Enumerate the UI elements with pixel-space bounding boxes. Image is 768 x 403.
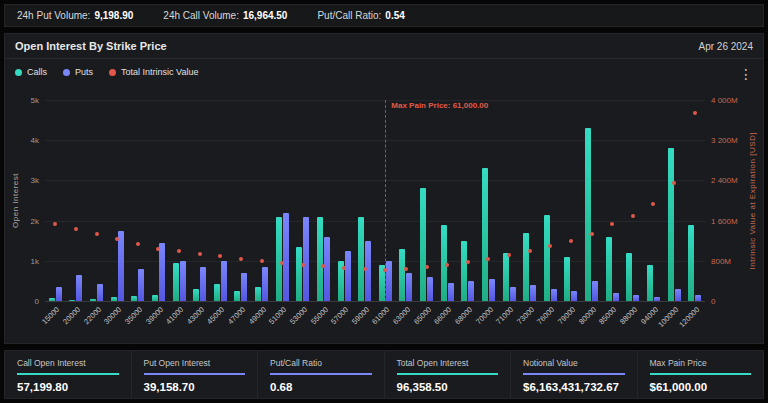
x-axis-label: 68000 [453,305,474,326]
right-axis-title-text: Intrinsic Value at Expiration [USD] [748,132,757,269]
legend-label: Puts [75,67,93,77]
y-right-tick: 2 400M [711,176,738,185]
strike-group-120000[interactable]: 120000 [684,100,705,301]
y-right-tick: 3 200M [711,136,738,145]
left-axis-title: Open Interest [11,100,20,301]
put-bar [159,243,165,301]
put-bar [675,289,681,301]
strike-group-80000[interactable]: 80000 [581,100,602,301]
put-bar [345,251,351,301]
put-bar [592,281,598,301]
call-bar [688,225,694,301]
strike-group-55000[interactable]: 55000 [313,100,334,301]
call-bar [358,217,364,301]
strike-group-20000[interactable]: 20000 [66,100,87,301]
strike-group-71000[interactable]: 71000 [499,100,520,301]
footer-stat-label: Put Open Interest [144,358,246,375]
open-interest-panel: Open Interest By Strike Price Apr 26 202… [4,33,764,344]
strike-group-68000[interactable]: 68000 [458,100,479,301]
intrinsic-value-dot [53,222,57,226]
y-right-tick: 800M [711,256,731,265]
strike-group-79000[interactable]: 79000 [561,100,582,301]
strike-group-70000[interactable]: 70000 [478,100,499,301]
bar-pair [148,100,169,301]
x-axis-label: 63000 [391,305,412,326]
call-bar [503,253,509,301]
x-axis-label: 30000 [102,305,123,326]
put-bar [386,261,392,301]
menu-kebab-icon[interactable]: ⋮ [739,67,753,81]
bar-pair [581,100,602,301]
strike-group-65000[interactable]: 65000 [416,100,437,301]
strike-group-94000[interactable]: 94000 [643,100,664,301]
put-bar [262,267,268,301]
bar-pair [416,100,437,301]
legend-item-total-intrinsic-value[interactable]: Total Intrinsic Value [109,67,198,77]
x-axis-label: 73000 [515,305,536,326]
x-axis-label: 61000 [371,305,392,326]
call-bar [131,296,137,301]
strike-group-66000[interactable]: 66000 [437,100,458,301]
bar-pair [86,100,107,301]
strike-group-39000[interactable]: 39000 [148,100,169,301]
intrinsic-value-dot [280,261,284,265]
call-bar [647,265,653,301]
strike-group-59000[interactable]: 59000 [354,100,375,301]
bar-pair [231,100,252,301]
call-bar [626,253,632,301]
stat-value: 9,198.90 [94,10,133,21]
intrinsic-value-dot [404,267,408,271]
strike-group-88000[interactable]: 88000 [623,100,644,301]
intrinsic-value-dot [590,232,594,236]
strike-group-30000[interactable]: 30000 [107,100,128,301]
x-axis-label: 70000 [474,305,495,326]
put-bar [241,273,247,301]
put-bar [695,295,701,301]
bar-pair [602,100,623,301]
legend-item-puts[interactable]: Puts [63,67,93,77]
strike-group-76000[interactable]: 76000 [540,100,561,301]
strike-group-35000[interactable]: 35000 [128,100,149,301]
bar-pair [272,100,293,301]
x-axis-label: 71000 [494,305,515,326]
strike-group-73000[interactable]: 73000 [519,100,540,301]
x-axis-label: 85000 [597,305,618,326]
strike-group-57000[interactable]: 57000 [334,100,355,301]
strike-group-15000[interactable]: 15000 [45,100,66,301]
strike-group-85000[interactable]: 85000 [602,100,623,301]
call-bar [420,188,426,301]
x-axis-label: 65000 [412,305,433,326]
call-bar [193,289,199,301]
footer-stat-put-call-ratio: Put/Call Ratio0.68 [257,351,384,398]
stat-label: Put/Call Ratio: [317,10,381,21]
strike-group-41000[interactable]: 41000 [169,100,190,301]
intrinsic-value-dot [528,249,532,253]
strike-group-49000[interactable]: 49000 [251,100,272,301]
legend-item-calls[interactable]: Calls [15,67,47,77]
chart-legend: CallsPutsTotal Intrinsic Value [15,67,198,77]
put-bar [118,231,124,301]
strike-group-100000[interactable]: 100000 [664,100,685,301]
intrinsic-value-dot [198,252,202,256]
strike-group-63000[interactable]: 63000 [396,100,417,301]
strike-group-43000[interactable]: 43000 [189,100,210,301]
top-volume-bar: 24h Put Volume:9,198.9024h Call Volume:1… [4,4,764,27]
bar-pair [251,100,272,301]
put-bar [365,241,371,301]
x-axis-label: 39000 [144,305,165,326]
footer-stat-label: Call Open Interest [17,358,119,375]
x-axis-label: 47000 [226,305,247,326]
x-axis-label: 59000 [350,305,371,326]
strike-group-22000[interactable]: 22000 [86,100,107,301]
strike-group-47000[interactable]: 47000 [231,100,252,301]
strike-group-53000[interactable]: 53000 [293,100,314,301]
put-bar [427,277,433,301]
bar-pair [66,100,87,301]
put-bar [530,285,536,301]
strike-group-45000[interactable]: 45000 [210,100,231,301]
x-axis-label: 53000 [288,305,309,326]
call-bar [214,284,220,301]
date-selector[interactable]: Apr 26 2024 [699,41,754,52]
call-bar [90,299,96,301]
strike-group-51000[interactable]: 51000 [272,100,293,301]
